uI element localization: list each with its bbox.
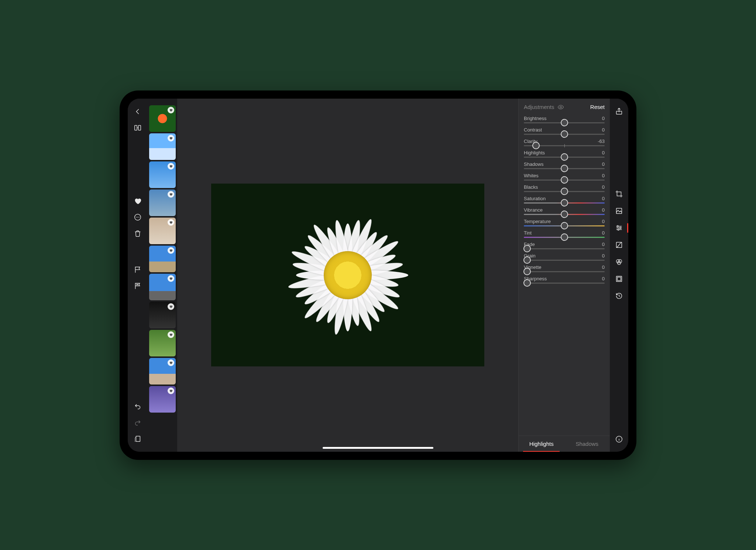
thumbnail-columns[interactable] (149, 246, 176, 272)
slider-knob[interactable] (523, 245, 531, 252)
thumbnail-yellow-flowers[interactable] (149, 330, 176, 356)
thumbnail-sky-flag[interactable] (149, 133, 176, 160)
thumbnail-purple-flowers[interactable] (149, 386, 176, 413)
slider-knob[interactable] (561, 199, 568, 206)
reset-button[interactable]: Reset (590, 104, 605, 110)
thumbnail-strip[interactable] (148, 99, 177, 452)
thumbnail-spire[interactable] (149, 189, 176, 216)
left-toolbar (128, 99, 148, 452)
slider-track[interactable] (524, 157, 605, 158)
slider-track[interactable] (524, 191, 605, 192)
thumbnail-wall[interactable] (149, 218, 176, 244)
slider-track[interactable] (524, 214, 605, 215)
redo-icon[interactable] (132, 417, 143, 428)
favorite-heart-icon[interactable] (132, 195, 143, 206)
slider-knob[interactable] (523, 268, 531, 275)
slider-fade: Fade0 (524, 242, 605, 249)
slider-whites: Whites0 (524, 173, 605, 181)
slider-blacks: Blacks0 (524, 184, 605, 192)
slider-knob[interactable] (561, 176, 568, 184)
curves-tool-icon[interactable] (614, 240, 624, 250)
slider-track[interactable] (524, 134, 605, 135)
slider-knob[interactable] (561, 119, 568, 126)
trash-icon[interactable] (132, 228, 143, 239)
slider-label: Saturation (524, 196, 546, 201)
slider-knob[interactable] (532, 142, 540, 149)
subtab-shadows[interactable]: Shadows (564, 436, 610, 452)
thumbnail-campus[interactable] (149, 358, 176, 385)
slider-value: -63 (598, 139, 605, 144)
frame-tool-icon[interactable] (614, 274, 624, 284)
color-tool-icon[interactable] (614, 257, 624, 267)
favorite-badge-icon (168, 331, 174, 338)
slider-knob[interactable] (561, 233, 568, 241)
slider-track[interactable] (524, 180, 605, 181)
svg-point-10 (617, 225, 619, 227)
favorite-badge-icon (168, 247, 174, 254)
thumbnail-dark-building[interactable] (149, 302, 176, 328)
slider-knob[interactable] (561, 188, 568, 195)
subtab-highlights[interactable]: Highlights (519, 436, 564, 452)
favorite-badge-icon (168, 387, 174, 394)
slider-label: Highlights (524, 150, 545, 156)
favorite-badge-icon (168, 275, 174, 282)
slider-knob[interactable] (561, 211, 568, 218)
slider-track[interactable] (524, 237, 605, 238)
slider-highlights: Highlights0 (524, 150, 605, 158)
slider-saturation: Saturation0 (524, 196, 605, 204)
slider-track[interactable] (524, 225, 605, 226)
slider-track[interactable] (524, 260, 605, 261)
slider-track[interactable] (524, 145, 605, 146)
slider-label: Temperature (524, 219, 551, 224)
photo-viewer[interactable] (177, 99, 518, 452)
flag-icon[interactable] (132, 264, 143, 275)
thumbnail-orange-flower[interactable] (149, 105, 176, 132)
slider-knob[interactable] (561, 165, 568, 172)
info-icon[interactable] (614, 434, 624, 444)
slider-value: 0 (602, 242, 605, 247)
svg-rect-18 (617, 277, 621, 280)
slider-label: Shadows (524, 161, 543, 167)
share-icon[interactable] (614, 106, 624, 116)
slider-label: Whites (524, 173, 539, 178)
slider-knob[interactable] (523, 256, 531, 264)
more-menu-icon[interactable] (132, 212, 143, 223)
copy-edits-icon[interactable] (132, 433, 143, 444)
history-icon[interactable] (614, 291, 624, 301)
svg-point-5 (139, 217, 140, 218)
slider-knob[interactable] (523, 279, 531, 287)
adjustments-tool-icon[interactable] (614, 223, 624, 233)
undo-icon[interactable] (132, 401, 143, 412)
compare-icon[interactable] (132, 122, 143, 133)
slider-value: 0 (602, 253, 605, 259)
thumbnail-buildings-sky[interactable] (149, 161, 176, 188)
slider-vibrance: Vibrance0 (524, 207, 605, 215)
slider-value: 0 (602, 264, 605, 270)
slider-shadows: Shadows0 (524, 161, 605, 169)
slider-knob[interactable] (561, 153, 568, 161)
slider-label: Brightness (524, 116, 546, 121)
back-button[interactable] (132, 106, 143, 117)
home-indicator (323, 447, 433, 449)
slider-value: 0 (602, 161, 605, 167)
slider-value: 0 (602, 173, 605, 178)
svg-point-11 (620, 227, 621, 229)
slider-grain: Grain0 (524, 253, 605, 261)
crop-tool-icon[interactable] (614, 189, 624, 199)
slider-value: 0 (602, 219, 605, 224)
slider-value: 0 (602, 196, 605, 201)
slider-track[interactable] (524, 271, 605, 272)
thumbnail-skyscraper[interactable] (149, 274, 176, 300)
slider-value: 0 (602, 230, 605, 236)
slider-knob[interactable] (561, 130, 568, 138)
reject-flag-icon[interactable] (132, 280, 143, 291)
filters-tool-icon[interactable] (614, 206, 624, 216)
slider-knob[interactable] (561, 222, 568, 229)
slider-track[interactable] (524, 248, 605, 249)
slider-track[interactable] (524, 283, 605, 284)
preview-toggle-icon[interactable] (557, 104, 564, 110)
slider-track[interactable] (524, 122, 605, 123)
favorite-badge-icon (168, 219, 174, 226)
slider-track[interactable] (524, 168, 605, 169)
slider-track[interactable] (524, 202, 605, 204)
